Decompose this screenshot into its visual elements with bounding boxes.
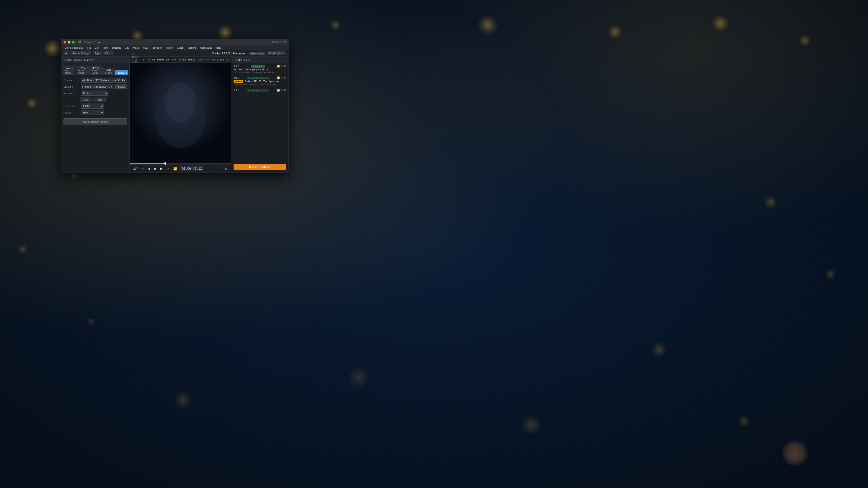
window-title: DaVinci Resolve <box>84 41 103 43</box>
menu-view[interactable]: View <box>141 46 150 50</box>
close-button[interactable] <box>63 41 66 43</box>
format-tab-prores[interactable]: ProRes Res Master <box>63 66 75 75</box>
upload-to-row: Upload to Browse <box>63 84 127 89</box>
res-separator: x <box>92 98 94 101</box>
job-1-status: Uploading... <box>251 65 265 68</box>
panel-actions: ⋯ <box>123 58 127 62</box>
menu-file[interactable]: File <box>86 46 93 50</box>
nav-back-button[interactable]: ◀ <box>63 52 69 55</box>
window-title-icon: 🎬 <box>78 40 81 43</box>
go-to-end-button[interactable]: ⏭ <box>165 166 170 171</box>
video-preview[interactable] <box>130 63 231 163</box>
menu-workspace[interactable]: Workspace <box>198 46 214 50</box>
settings-icon[interactable]: ⚙ <box>224 166 229 171</box>
filename-input[interactable] <box>81 77 127 83</box>
main-toolbar: ◀ Render Settings Tape Clips Dailies EP … <box>61 50 288 57</box>
job-2-name: Dailies - EP 108 - The cigar shoot ... <box>245 80 286 83</box>
fullscreen-button[interactable]: ⛶ <box>217 166 222 171</box>
loop-button[interactable]: 🔁 <box>173 166 178 171</box>
render-settings-header: Render Settings - Frame.io ⋯ <box>61 57 129 63</box>
render-queue-button[interactable]: Render Queue <box>267 52 286 55</box>
title-bar: 🎬 DaVinci Resolve Mon 6:17 PM <box>61 39 288 45</box>
job-2-path: ...oot - 30sec Cutdown - CC - AM - FINAL… <box>234 84 286 86</box>
upload-to-input[interactable] <box>81 84 114 89</box>
out-time: 01:02:59:21 <box>179 58 195 61</box>
job-1-actions: 📶 ✎ ✕ <box>277 65 286 68</box>
menu-fusion[interactable]: Fusion <box>164 46 175 50</box>
job-2-wifi-icon[interactable]: 📶 <box>277 76 280 79</box>
timecode-bar: 4K - Dailies 2...es - CC - INT1 ▾ IN 01:… <box>130 57 231 63</box>
playback-controls: 🔊 ⏮ ◀ ■ ▶ ⏭ 🔁 01:00:42:11 ⛶ ⚙ <box>130 164 231 172</box>
job-1-name: 4K - Well Off Company Profile - R... <box>234 68 286 71</box>
height-input[interactable] <box>95 97 106 102</box>
render-settings-button[interactable]: Render Settings <box>70 52 91 55</box>
menu-edit[interactable]: Edit <box>93 46 101 50</box>
video-content-svg <box>130 63 231 163</box>
current-timecode: 01:00:42:11 <box>180 166 204 171</box>
minimize-button[interactable] <box>68 41 70 43</box>
job-3-label: Job 3 <box>234 89 239 92</box>
job-2-header: Job 2 Completed 01:00:42:1 📶 ✎ ✕ <box>234 76 286 79</box>
upload-to-label: Upload to <box>63 86 79 88</box>
stop-button[interactable]: ■ <box>153 166 157 172</box>
title-bar-right: Mon 6:17 PM <box>272 41 286 43</box>
step-back-button[interactable]: ◀ <box>147 166 151 171</box>
format-select[interactable]: MP4 MOV MXF <box>81 110 104 115</box>
audio-icon[interactable]: 🔊 <box>132 166 138 171</box>
menu-davinci[interactable]: DaVinci Resolve <box>63 46 85 50</box>
job-2-close-icon[interactable]: ✕ <box>284 76 286 79</box>
menu-help[interactable]: Help <box>214 46 223 50</box>
prores-badge: ProRes <box>234 80 243 83</box>
job-1-close-icon[interactable]: ✕ <box>284 65 286 68</box>
resolution-select[interactable]: Custom 4K UHD 1080p <box>81 91 108 96</box>
job-2-status: Completed 01:00:42:1 <box>246 77 270 79</box>
maximize-button[interactable] <box>72 41 74 43</box>
menu-clip[interactable]: Clip <box>123 46 131 50</box>
job-3-status: Completed 01:00:1... <box>247 89 269 92</box>
menu-color[interactable]: Color <box>176 46 185 50</box>
job-1-wifi-icon[interactable]: 📶 <box>277 65 280 68</box>
browse-button[interactable]: Browse <box>115 84 127 89</box>
job-1-header: Job 1 Uploading... 📶 ✎ ✕ <box>234 65 286 68</box>
format-row: Format MP4 MOV MXF <box>63 110 127 115</box>
job-1-label: Job 1 <box>234 65 239 67</box>
job-3-close-icon[interactable]: ✕ <box>284 89 286 92</box>
menu-playback[interactable]: Playback <box>150 46 163 50</box>
render-settings-title: Render Settings - Frame.io <box>63 59 94 61</box>
tape-button[interactable]: Tape <box>93 52 102 55</box>
scrub-bar[interactable] <box>130 163 231 164</box>
width-input[interactable] <box>80 97 91 102</box>
job-2-label: Job 2 <box>234 77 239 79</box>
format-tab-h264[interactable]: H.264 H.264 Master <box>76 66 89 75</box>
add-to-queue-button[interactable]: Add to Render Queue <box>63 118 127 125</box>
framerate-label: Frame rate <box>63 105 79 107</box>
format-tab-imf[interactable]: IMF Generic <box>102 68 115 75</box>
menu-trim[interactable]: Trim <box>101 46 110 50</box>
job-3-edit-icon[interactable]: ✎ <box>281 89 283 92</box>
play-button[interactable]: ▶ <box>159 165 163 172</box>
go-to-start-button[interactable]: ⏮ <box>140 166 145 171</box>
menu-mark[interactable]: Mark <box>131 46 140 50</box>
job-3-header: Job 3 Completed 01:00:1... 📶 ✎ ✕ <box>234 89 286 92</box>
panel-expand-icon[interactable]: ⋯ <box>123 58 127 62</box>
job-3-wifi-icon[interactable]: 📶 <box>277 89 280 92</box>
render-queue-title: Render Queue <box>234 59 250 61</box>
format-tab-frameio[interactable]: Frame.io <box>115 70 128 75</box>
format-tab-h265[interactable]: H.265 H.265 Master <box>89 66 102 75</box>
job-1-edit-icon[interactable]: ✎ <box>281 65 283 68</box>
menu-timeline[interactable]: Timeline <box>110 46 123 50</box>
read-only-badge: Read Only <box>249 52 265 55</box>
render-settings-panel: Render Settings - Frame.io ⋯ ProRes Res … <box>61 57 130 172</box>
remote-render-button[interactable]: Remote Rendering <box>234 164 286 170</box>
resolution-dimensions-row: x <box>63 97 127 102</box>
job-2-edit-icon[interactable]: ✎ <box>281 76 283 79</box>
job-3-actions: 📶 ✎ ✕ <box>277 89 286 92</box>
framerate-row: Frame rate 23.976 24 25 29.97 <box>63 103 127 109</box>
job-1-item: Job 1 Uploading... 📶 ✎ ✕ 4K - Well Off C… <box>231 63 288 75</box>
clips-button[interactable]: Clips <box>103 52 113 55</box>
svg-point-2 <box>165 83 195 123</box>
framerate-select[interactable]: 23.976 24 25 29.97 <box>81 103 104 109</box>
menu-fairlight[interactable]: Fairlight <box>185 46 197 50</box>
out-label: OUT <box>171 58 176 61</box>
preview-panel: 4K - Dailies 2...es - CC - INT1 ▾ IN 01:… <box>130 57 231 172</box>
